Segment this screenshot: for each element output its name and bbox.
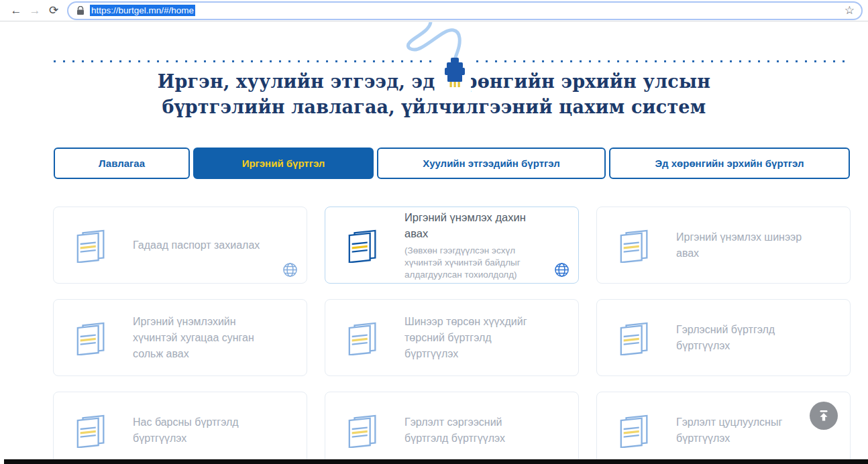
card-title: Гэрлэлт сэргээсний бүртгэлд бүртгүүлэх — [404, 414, 547, 447]
taskbar-edge — [4, 459, 868, 464]
card-text: Нас барсны бүртгэлд бүртгүүлэх — [133, 414, 276, 447]
page-title: Иргэн, хуулийн этгээд, эд хөрөнгийн эрхи… — [0, 69, 868, 120]
document-icon — [345, 228, 382, 263]
document-icon — [617, 413, 653, 448]
service-card-6[interactable]: Гэрлэсний бүртгэлд бүртгүүлэх — [596, 299, 851, 376]
document-icon — [345, 321, 382, 355]
card-text: Иргэний үнэмлэх шинээр авах — [676, 229, 819, 262]
service-card-5[interactable]: Шинээр төрсөн хүүхдийг төрсний бүртгэлд … — [325, 299, 579, 376]
document-icon — [74, 321, 110, 355]
card-text: Гадаад паспорт захиалах — [133, 237, 276, 253]
service-card-7[interactable]: Нас барсны бүртгэлд бүртгүүлэх — [53, 392, 307, 464]
forward-button[interactable]: → — [25, 1, 44, 20]
card-subtitle: (Зөвхөн гээгдүүлсэн эсхүл хүчинтэй хүчин… — [404, 245, 547, 281]
dotted-divider — [54, 60, 847, 62]
service-card-4[interactable]: Иргэний үнэмлэхийн хүчинтэй хугацаа сунг… — [53, 299, 307, 376]
reload-button[interactable]: ⟳ — [44, 1, 63, 20]
card-title: Иргэний үнэмлэх шинээр авах — [676, 229, 819, 262]
tab-label: Иргэний бүртгэл — [242, 158, 325, 169]
tab-2[interactable]: Иргэний бүртгэл — [193, 148, 374, 179]
card-title: Иргэний үнэмлэхийн хүчинтэй хугацаа сунг… — [133, 314, 276, 362]
browser-toolbar: ← → ⟳ https://burtgel.mn/#/home ☆ — [0, 0, 868, 21]
card-title: Шинээр төрсөн хүүхдийг төрсний бүртгэлд … — [404, 314, 547, 362]
card-title: Нас барсны бүртгэлд бүртгүүлэх — [133, 414, 276, 447]
card-text: Иргэний үнэмлэх дахин авах (Зөвхөн гээгд… — [404, 209, 547, 281]
lock-icon — [76, 6, 85, 15]
card-text: Шинээр төрсөн хүүхдийг төрсний бүртгэлд … — [404, 314, 547, 362]
back-button[interactable]: ← — [7, 1, 25, 20]
service-card-grid: Гадаад паспорт захиалах — [53, 207, 851, 464]
tab-3[interactable]: Хуулийн этгээдийн бүртгэл — [377, 148, 606, 179]
address-bar[interactable]: https://burtgel.mn/#/home ☆ — [67, 1, 863, 20]
arrow-up-to-top-icon — [816, 408, 831, 423]
url-text[interactable]: https://burtgel.mn/#/home — [90, 5, 195, 16]
globe-icon[interactable] — [554, 262, 569, 278]
document-icon — [74, 228, 110, 263]
card-title: Иргэний үнэмлэх дахин авах — [404, 209, 547, 241]
card-text: Гэрлэсний бүртгэлд бүртгүүлэх — [676, 322, 819, 354]
card-title: Гэрлэсний бүртгэлд бүртгүүлэх — [676, 322, 819, 354]
scroll-to-top-button[interactable] — [810, 402, 838, 430]
tab-label: Лавлагаа — [99, 158, 145, 169]
tab-4[interactable]: Эд хөрөнгийн эрхийн бүртгэл — [609, 148, 850, 179]
service-card-1[interactable]: Гадаад паспорт захиалах — [53, 207, 307, 284]
card-text: Гэрлэлт цуцлуулсныг бүртгүүлэх — [676, 414, 819, 447]
tab-label: Хуулийн этгээдийн бүртгэл — [423, 158, 559, 169]
service-card-2[interactable]: Иргэний үнэмлэх дахин авах (Зөвхөн гээгд… — [325, 207, 579, 284]
card-title: Гэрлэлт цуцлуулсныг бүртгүүлэх — [676, 414, 819, 447]
card-text: Иргэний үнэмлэхийн хүчинтэй хугацаа сунг… — [133, 314, 276, 362]
document-icon — [345, 413, 382, 448]
tabs: ЛавлагааИргэний бүртгэлХуулийн этгээдийн… — [54, 148, 850, 179]
service-card-3[interactable]: Иргэний үнэмлэх шинээр авах — [596, 207, 851, 284]
document-icon — [74, 413, 110, 448]
document-icon — [617, 321, 653, 355]
bookmark-star-icon[interactable]: ☆ — [845, 3, 855, 17]
browser-window: ← → ⟳ https://burtgel.mn/#/home ☆ Иргэн,… — [0, 0, 868, 464]
tab-label: Эд хөрөнгийн эрхийн бүртгэл — [655, 158, 804, 169]
card-text: Гэрлэлт сэргээсний бүртгэлд бүртгүүлэх — [404, 414, 547, 447]
tab-1[interactable]: Лавлагаа — [54, 148, 190, 179]
service-card-9[interactable]: Гэрлэлт цуцлуулсныг бүртгүүлэх — [596, 392, 851, 464]
document-icon — [617, 228, 653, 263]
globe-icon[interactable] — [282, 262, 298, 278]
service-card-8[interactable]: Гэрлэлт сэргээсний бүртгэлд бүртгүүлэх — [325, 392, 579, 464]
card-title: Гадаад паспорт захиалах — [133, 237, 276, 253]
